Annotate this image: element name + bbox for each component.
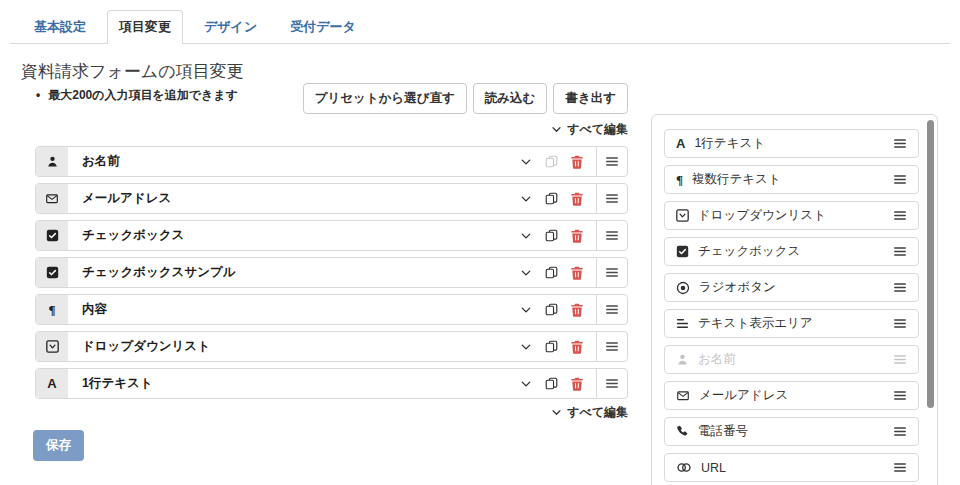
url-icon bbox=[676, 461, 692, 474]
drag-handle[interactable] bbox=[596, 332, 627, 361]
palette-item-label: URL bbox=[701, 461, 893, 475]
palette-item[interactable]: ドロップダウンリスト bbox=[664, 201, 919, 230]
chevron-icon bbox=[520, 304, 532, 316]
field-type-cell bbox=[36, 258, 68, 287]
field-type-cell bbox=[36, 221, 68, 250]
toolbar-button-1[interactable]: 読み込む bbox=[473, 83, 548, 114]
edit-all-top[interactable]: すべて編集 bbox=[35, 121, 628, 138]
drag-icon bbox=[893, 282, 907, 293]
expand-field-button[interactable] bbox=[520, 267, 532, 279]
drag-icon bbox=[893, 246, 907, 257]
field-label: お名前 bbox=[68, 147, 520, 176]
phone-icon bbox=[676, 425, 689, 438]
delete-field-button[interactable] bbox=[571, 303, 583, 317]
drag-handle[interactable] bbox=[893, 426, 907, 437]
drag-handle[interactable] bbox=[893, 210, 907, 221]
copy-icon bbox=[545, 266, 558, 279]
palette-item-label: メールアドレス bbox=[699, 387, 893, 404]
expand-field-button[interactable] bbox=[520, 378, 532, 390]
chevron-down-icon bbox=[551, 124, 562, 135]
field-row: お名前 bbox=[35, 146, 628, 177]
drag-icon bbox=[893, 462, 907, 473]
drag-handle[interactable] bbox=[596, 221, 627, 250]
field-actions bbox=[520, 147, 596, 176]
palette-item-label: ドロップダウンリスト bbox=[698, 207, 893, 224]
chevron-icon bbox=[520, 378, 532, 390]
copy-icon bbox=[545, 303, 558, 316]
palette-scrollbar[interactable] bbox=[927, 120, 934, 408]
drag-handle[interactable] bbox=[893, 282, 907, 293]
tab-2[interactable]: デザイン bbox=[192, 10, 269, 44]
drag-handle[interactable] bbox=[596, 258, 627, 287]
field-actions bbox=[520, 332, 596, 361]
trash-icon bbox=[571, 155, 583, 169]
drag-icon bbox=[893, 174, 907, 185]
palette-item[interactable]: チェックボックス bbox=[664, 237, 919, 266]
drag-handle[interactable] bbox=[596, 369, 627, 398]
drag-icon bbox=[605, 341, 619, 352]
drag-icon bbox=[893, 318, 907, 329]
delete-field-button[interactable] bbox=[571, 192, 583, 206]
tab-1[interactable]: 項目変更 bbox=[107, 10, 183, 44]
drag-handle[interactable] bbox=[893, 246, 907, 257]
field-label: メールアドレス bbox=[68, 184, 520, 213]
palette-item[interactable]: URL bbox=[664, 453, 919, 482]
trash-icon bbox=[571, 192, 583, 206]
palette-item[interactable]: A1行テキスト bbox=[664, 129, 919, 158]
palette-item[interactable]: ¶複数行テキスト bbox=[664, 165, 919, 194]
expand-field-button[interactable] bbox=[520, 304, 532, 316]
drag-icon bbox=[605, 156, 619, 167]
drag-handle[interactable] bbox=[893, 174, 907, 185]
tab-0[interactable]: 基本設定 bbox=[22, 10, 98, 44]
copy-field-button[interactable] bbox=[545, 377, 558, 390]
drag-handle[interactable] bbox=[893, 390, 907, 401]
field-actions bbox=[520, 258, 596, 287]
palette-item[interactable]: 電話番号 bbox=[664, 417, 919, 446]
trash-icon bbox=[571, 229, 583, 243]
palette-item[interactable]: ラジオボタン bbox=[664, 273, 919, 302]
checkbox-icon bbox=[46, 266, 59, 279]
drag-handle[interactable] bbox=[893, 138, 907, 149]
edit-all-bottom[interactable]: すべて編集 bbox=[35, 404, 628, 421]
chevron-icon bbox=[520, 230, 532, 242]
chevron-icon bbox=[520, 156, 532, 168]
copy-field-button[interactable] bbox=[545, 266, 558, 279]
delete-field-button[interactable] bbox=[571, 229, 583, 243]
delete-field-button[interactable] bbox=[571, 377, 583, 391]
field-row: チェックボックスサンプル bbox=[35, 257, 628, 288]
copy-field-button[interactable] bbox=[545, 192, 558, 205]
expand-field-button[interactable] bbox=[520, 193, 532, 205]
palette-item[interactable]: メールアドレス bbox=[664, 381, 919, 410]
palette-list: A1行テキスト¶複数行テキストドロップダウンリストチェックボックスラジオボタンテ… bbox=[664, 129, 919, 482]
copy-field-button[interactable] bbox=[545, 229, 558, 242]
drag-handle[interactable] bbox=[596, 295, 627, 324]
copy-field-button bbox=[545, 155, 558, 168]
drag-handle[interactable] bbox=[893, 462, 907, 473]
text-area-icon bbox=[676, 317, 689, 330]
delete-field-button[interactable] bbox=[571, 266, 583, 280]
drag-handle[interactable] bbox=[596, 147, 627, 176]
checkbox-icon bbox=[46, 229, 59, 242]
expand-field-button[interactable] bbox=[520, 156, 532, 168]
drag-handle[interactable] bbox=[596, 184, 627, 213]
copy-icon bbox=[545, 229, 558, 242]
palette-item-label: 電話番号 bbox=[698, 423, 893, 440]
palette-item-label: お名前 bbox=[698, 351, 893, 368]
palette-item[interactable]: テキスト表示エリア bbox=[664, 309, 919, 338]
drag-handle[interactable] bbox=[893, 318, 907, 329]
trash-icon bbox=[571, 303, 583, 317]
copy-field-button[interactable] bbox=[545, 303, 558, 316]
expand-field-button[interactable] bbox=[520, 230, 532, 242]
copy-field-button[interactable] bbox=[545, 340, 558, 353]
field-label: 1行テキスト bbox=[68, 369, 520, 398]
dropdown-icon bbox=[676, 209, 689, 222]
delete-field-button[interactable] bbox=[571, 155, 583, 169]
toolbar-button-0[interactable]: プリセットから選び直す bbox=[303, 83, 467, 114]
palette-item-label: ラジオボタン bbox=[699, 279, 893, 296]
field-row: A1行テキスト bbox=[35, 368, 628, 399]
save-button[interactable]: 保存 bbox=[33, 430, 84, 461]
expand-field-button[interactable] bbox=[520, 341, 532, 353]
delete-field-button[interactable] bbox=[571, 340, 583, 354]
tab-3[interactable]: 受付データ bbox=[278, 10, 368, 44]
toolbar-button-2[interactable]: 書き出す bbox=[553, 83, 628, 114]
